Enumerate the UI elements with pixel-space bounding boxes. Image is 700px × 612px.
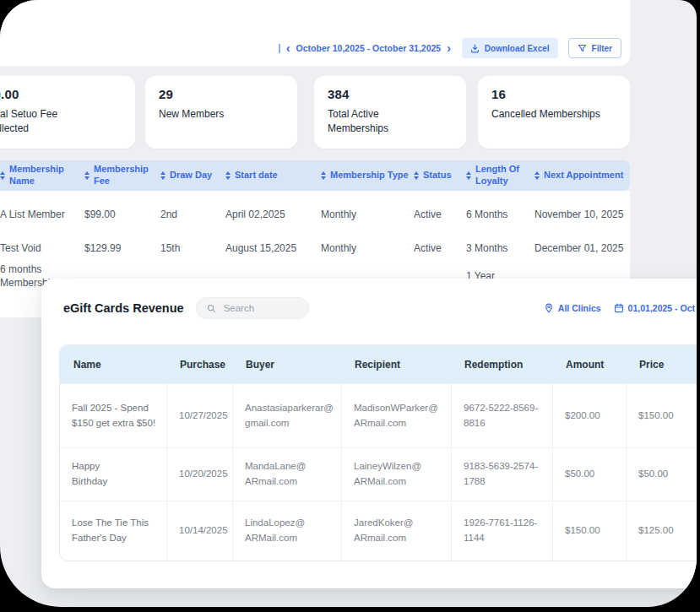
sort-icon: [534, 171, 540, 180]
column-label: Status: [423, 170, 452, 181]
column-header: Name: [60, 359, 166, 371]
table-cell-buyer: LindaLopez@ ARMail.com: [232, 501, 341, 561]
column-header: Price: [626, 359, 697, 371]
table-cell-redemption: 9183-5639-2574-1788: [451, 448, 552, 501]
table-cell-redemption: 1926-7761-1126-1144: [451, 501, 552, 561]
chevron-right-icon[interactable]: ›: [446, 42, 452, 54]
table-cell: $129.99: [84, 242, 160, 256]
table-cell-buyer: MandaLane@ ARmail.com: [232, 448, 341, 501]
table-cell-price: $150.00: [626, 384, 697, 447]
sort-icon: [84, 171, 90, 180]
table-cell: 6 Months: [466, 209, 534, 222]
table-row: Lose The Tie This Father's Day10/14/2025…: [60, 501, 697, 561]
sort-icon: [225, 171, 231, 180]
stat-label: New Members: [159, 107, 284, 122]
table-row: Happy Birthday10/20/2025MandaLane@ ARmai…: [60, 447, 697, 501]
column-header: Amount: [552, 359, 626, 371]
column-label: Draw Day: [170, 170, 212, 181]
table-cell: December 01, 2025: [534, 242, 630, 256]
table-cell: November 10, 2025: [534, 209, 630, 222]
sortable-column-header[interactable]: Start date: [225, 170, 321, 181]
sort-icon: [414, 171, 419, 180]
egift-date-range-selector[interactable]: 01,01,2025 - Oct: [614, 303, 695, 313]
sortable-column-header[interactable]: Membership Type: [321, 170, 414, 181]
download-excel-button[interactable]: Download Excel: [462, 38, 558, 58]
table-cell-amount: $50.00: [552, 448, 626, 501]
table-cell: $99.00: [84, 209, 160, 222]
egift-table: NamePurchaseBuyerRecipientRedemptionAmou…: [59, 344, 697, 561]
column-header: Redemption: [451, 359, 552, 371]
table-cell-purchase: 10/20/2025: [166, 448, 232, 501]
column-label: Membership Fee: [94, 164, 160, 187]
memberships-toolbar-bar: ‹ October 10,2025 - October 31,2025 › Do…: [0, 0, 630, 66]
stat-label: Cancelled Memberships: [491, 107, 616, 122]
table-cell-buyer: Anastasiaparkerar@ gmail.com: [232, 384, 341, 447]
chevron-left-icon[interactable]: ‹: [285, 42, 291, 54]
sortable-column-header[interactable]: Draw Day: [160, 170, 225, 181]
panel-title: eGift Cards Revenue: [63, 301, 184, 315]
download-excel-label: Download Excel: [485, 44, 550, 53]
sortable-column-header[interactable]: Status: [414, 170, 466, 181]
memberships-toolbar: ‹ October 10,2025 - October 31,2025 › Do…: [279, 37, 621, 59]
stat-card-active-memberships: 384 Total Active Memberships: [314, 76, 466, 149]
panel-header-controls: All Clinics 01,01,2025 - Oct: [544, 303, 695, 313]
egift-panel-header: eGift Cards Revenue All Clinics: [41, 279, 697, 319]
table-cell-amount: $150.00: [552, 501, 626, 561]
sort-icon: [321, 171, 326, 180]
column-label: Membership Type: [330, 170, 409, 181]
column-header: Recipient: [341, 359, 451, 371]
sort-icon: [466, 171, 471, 180]
sortable-column-header[interactable]: Membership Fee: [84, 164, 160, 187]
table-cell: Monthly: [321, 242, 414, 256]
sortable-column-header[interactable]: Membership Name: [0, 164, 84, 187]
column-label: Length Of Loyalty: [475, 164, 534, 187]
table-cell: April 02,2025: [225, 209, 321, 222]
table-cell-purchase: 10/14/2025: [166, 501, 232, 561]
stat-card-setup-fee: $0.00 Total Setuo Fee Collected: [0, 76, 135, 149]
search-icon: [207, 304, 216, 313]
location-pin-icon: [544, 303, 554, 313]
all-clinics-label: All Clinics: [558, 303, 601, 313]
download-icon: [470, 44, 480, 53]
table-row: A List Member$99.002ndApril 02,2025Month…: [0, 196, 630, 235]
column-label: Membership Name: [9, 164, 84, 187]
table-cell: 2nd: [160, 209, 225, 222]
membership-table-header: Membership NameMembership FeeDraw DaySta…: [0, 160, 630, 191]
search-box[interactable]: [196, 297, 309, 319]
stat-value: 384: [328, 87, 453, 101]
egift-table-header: NamePurchaseBuyerRecipientRedemptionAmou…: [60, 345, 697, 383]
column-label: Start date: [235, 170, 278, 181]
table-cell: August 15,2025: [225, 242, 321, 256]
stat-card-new-members: 29 New Members: [145, 76, 297, 149]
table-cell-redemption: 9672-5222-8569-8816: [451, 384, 552, 447]
table-cell-amount: $200.00: [552, 384, 626, 447]
filter-label: Filter: [592, 44, 612, 53]
table-cell: 15th: [160, 242, 225, 256]
stat-card-cancelled-memberships: 16 Cancelled Memberships: [478, 76, 630, 149]
sort-icon: [160, 171, 166, 180]
filter-button[interactable]: Filter: [568, 38, 621, 58]
column-header: Buyer: [232, 359, 341, 371]
egift-table-body: Fall 2025 - Spend $150 get extra $50!10/…: [60, 383, 697, 561]
funnel-icon: [578, 44, 587, 53]
table-cell-name: Lose The Tie This Father's Day: [60, 501, 166, 561]
sort-icon: [0, 171, 5, 180]
egift-date-range-label: 01,01,2025 - Oct: [628, 303, 695, 313]
calendar-icon: [614, 303, 624, 313]
table-cell: Active: [414, 242, 466, 256]
search-input[interactable]: [222, 302, 298, 314]
column-header: Purchase: [166, 359, 232, 371]
table-cell: Test Void: [0, 242, 84, 256]
stat-value: 16: [491, 87, 616, 101]
table-cell: Monthly: [321, 209, 414, 222]
table-cell-purchase: 10/27/2025: [166, 384, 232, 447]
date-range-navigator[interactable]: ‹ October 10,2025 - October 31,2025 ›: [279, 42, 451, 54]
sortable-column-header[interactable]: Next Appointment: [534, 170, 630, 181]
column-label: Next Appointment: [544, 170, 623, 181]
sortable-column-header[interactable]: Length Of Loyalty: [466, 164, 534, 187]
all-clinics-selector[interactable]: All Clinics: [544, 303, 601, 313]
stat-label: Total Active Memberships: [328, 107, 412, 136]
stat-label: Total Setuo Fee Collected: [0, 107, 81, 136]
date-range-label[interactable]: October 10,2025 - October 31,2025: [296, 43, 442, 53]
table-cell-recipient: MadisonWParker@ ARmail.com: [341, 384, 451, 447]
